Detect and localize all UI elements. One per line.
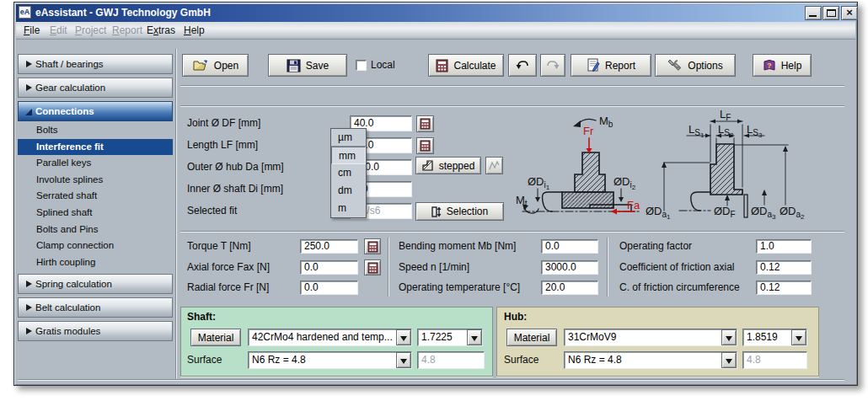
shaft-material-select[interactable]: 42CrMo4 hardened and temp... — [248, 329, 412, 346]
dropdown-arrow-icon[interactable] — [467, 329, 482, 345]
hub-surface-value[interactable]: 4.8 — [742, 351, 807, 369]
operating-factor-input[interactable]: 1.0 — [756, 239, 812, 254]
calculator-icon — [367, 241, 378, 253]
friction-axial-input[interactable]: 0.12 — [756, 260, 812, 275]
close-button[interactable]: × — [841, 6, 858, 20]
joint-diameter-label: Joint Ø DF [mm] — [187, 115, 260, 131]
diagram-label-di1: ØDi1 — [528, 175, 550, 191]
menu-extras[interactable]: Extras — [147, 22, 175, 39]
shaft-material-number-select[interactable]: 1.7225 — [417, 329, 483, 346]
sidebar-item-bolts[interactable]: Bolts — [18, 122, 173, 139]
sidebar-item-clamp-connection[interactable]: Clamp connection — [18, 238, 173, 254]
open-button[interactable]: Open — [182, 54, 249, 77]
diagram-label-mt: Mt — [516, 194, 528, 208]
radial-force-label: Radial force Fr [N] — [187, 281, 269, 295]
report-icon — [587, 58, 600, 72]
sidebar-item-splined-shaft[interactable]: Splined shaft — [18, 205, 173, 222]
options-button[interactable]: Options — [655, 54, 736, 77]
sidebar-item-bolts-and-pins[interactable]: Bolts and Pins — [18, 222, 173, 238]
speed-label: Speed n [1/min] — [399, 260, 469, 275]
shaft-surface-value[interactable]: 4.8 — [417, 351, 485, 369]
report-button[interactable]: Report — [571, 54, 651, 77]
hub-panel-title: Hub: — [504, 311, 527, 323]
app-icon: eA — [19, 6, 31, 19]
redo-button[interactable] — [540, 54, 565, 77]
dropdown-arrow-icon[interactable] — [396, 352, 411, 368]
minimize-button[interactable] — [805, 6, 822, 20]
joint-diameter-calc-button[interactable] — [416, 115, 434, 132]
maximize-button[interactable] — [822, 6, 839, 20]
menu-help[interactable]: Help — [184, 22, 205, 39]
sidebar-section-shaft-bearings[interactable]: Shaft / bearings — [18, 54, 173, 74]
menu-report[interactable]: Report — [112, 22, 142, 39]
length-calc-button[interactable] — [416, 137, 434, 154]
unit-option-um[interactable]: µm — [331, 129, 366, 147]
undo-button[interactable] — [508, 54, 537, 77]
loads-divider — [388, 238, 388, 297]
shaft-material-button[interactable]: Material — [190, 329, 241, 346]
sidebar-section-gratis-modules[interactable]: Gratis modules — [18, 321, 173, 341]
diagram-label-da2: ØDa2 — [780, 205, 805, 221]
shaft-panel-title: Shaft: — [187, 311, 216, 323]
separator — [180, 231, 844, 232]
calculator-icon — [420, 118, 431, 130]
dropdown-arrow-icon[interactable] — [791, 329, 806, 345]
collapsed-arrow-icon — [26, 304, 32, 311]
sidebar-item-hirth-coupling[interactable]: Hirth coupling — [18, 254, 173, 271]
fit-selection-button[interactable]: Selection — [415, 202, 504, 221]
unit-option-m[interactable]: m — [331, 200, 366, 217]
hub-material-select[interactable]: 31CrMoV9 — [564, 329, 737, 346]
menu-file[interactable]: File — [24, 22, 40, 39]
bending-moment-input[interactable]: 0.0 — [541, 239, 598, 254]
sidebar-item-parallel-keys[interactable]: Parallel keys — [18, 155, 173, 172]
friction-circumference-input[interactable]: 0.12 — [756, 281, 812, 295]
sidebar-section-spring-calculation[interactable]: Spring calculation — [18, 274, 173, 294]
dropdown-arrow-icon[interactable] — [721, 329, 737, 345]
menu-edit[interactable]: Edit — [50, 22, 67, 39]
stepped-button[interactable]: stepped — [415, 157, 481, 174]
diagram-label-df: ØDF — [714, 205, 736, 219]
sidebar-item-involute-splines[interactable]: Involute splines — [18, 172, 173, 189]
menu-project[interactable]: Project — [75, 22, 106, 39]
radial-force-input[interactable]: 0.0 — [300, 281, 358, 295]
unit-option-cm[interactable]: cm — [331, 164, 366, 182]
hub-surface-select[interactable]: N6 Rz = 4.8 — [564, 351, 737, 369]
operating-temperature-input[interactable]: 20.0 — [541, 281, 598, 295]
operating-factor-label: Operating factor — [619, 239, 692, 254]
unit-option-mm[interactable]: mm — [331, 147, 366, 164]
calculator-icon — [420, 140, 431, 152]
loads-divider — [607, 238, 608, 297]
axial-force-input[interactable]: 0.0 — [300, 260, 358, 275]
local-checkbox[interactable] — [356, 60, 367, 71]
axial-force-calc-button[interactable] — [364, 259, 381, 275]
collapsed-arrow-icon — [26, 281, 32, 287]
save-button[interactable]: Save — [268, 54, 347, 77]
hub-contour-button[interactable] — [485, 157, 503, 174]
torque-calc-button[interactable] — [364, 238, 381, 254]
diagram-label-ls1: LS1 — [689, 123, 705, 139]
torque-input[interactable]: 250.0 — [300, 239, 358, 254]
speed-input[interactable]: 3000.0 — [541, 260, 598, 275]
sidebar-item-interference-fit[interactable]: Interference fit — [18, 139, 173, 156]
minimize-icon — [809, 15, 817, 17]
selected-fit-label: Selected fit — [187, 203, 237, 219]
hub-material-button[interactable]: Material — [506, 329, 557, 346]
save-floppy-icon — [287, 59, 301, 72]
dropdown-arrow-icon[interactable] — [721, 352, 737, 368]
interference-fit-diagram: Mb Fr Fa Mt ØDi1 ØDi2 LF LS1 LS2 LS3 ØDa… — [514, 108, 851, 227]
sidebar-section-connections[interactable]: Connections — [18, 101, 173, 121]
length-label: Length LF [mm] — [187, 137, 258, 153]
separator — [180, 105, 844, 106]
sidebar-section-belt-calculation[interactable]: Belt calculation — [18, 297, 173, 318]
maximize-icon — [827, 9, 836, 17]
shaft-surface-select[interactable]: N6 Rz = 4.8 — [248, 351, 412, 369]
sidebar-section-gear-calculation[interactable]: Gear calculation — [18, 78, 173, 98]
calculate-button[interactable]: Calculate — [428, 54, 504, 77]
hub-material-number-select[interactable]: 1.8519 — [742, 329, 807, 346]
dropdown-arrow-icon[interactable] — [396, 329, 411, 345]
diagram-label-fr: Fr — [583, 125, 594, 137]
help-button[interactable]: ? Help — [753, 54, 812, 77]
unit-option-dm[interactable]: dm — [331, 182, 366, 200]
sidebar-item-serrated-shaft[interactable]: Serrated shaft — [18, 188, 173, 205]
collapsed-arrow-icon — [26, 328, 32, 334]
